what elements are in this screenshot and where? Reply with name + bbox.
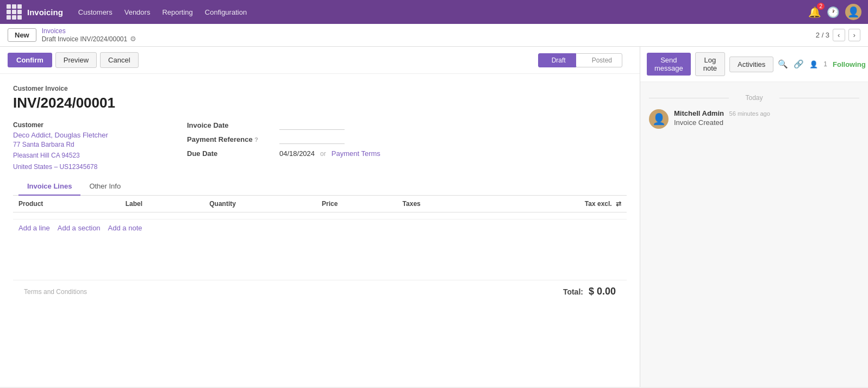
chatter-right-icons: 🔍 🔗 👤 1 Following [778,59,865,69]
menu-configuration[interactable]: Configuration [201,6,251,18]
customer-address3[interactable]: United States – US12345678 [13,161,154,172]
add-section-button[interactable]: Add a section [58,224,101,232]
notification-bell-icon[interactable]: 🔔 2 [808,6,821,18]
search-icon[interactable]: 🔍 [778,59,788,69]
payment-terms-link[interactable]: Payment Terms [332,149,380,158]
customer-field-label: Customer [13,121,154,129]
payment-ref-row: Payment Reference ? [187,135,627,144]
status-draft[interactable]: Draft [538,53,576,67]
gear-icon[interactable]: ⚙ [130,35,136,43]
top-navigation: Invoicing Customers Vendors Reporting Co… [0,0,868,24]
empty-table-row [13,212,627,220]
chatter-message: 👤 Mitchell Admin 56 minutes ago Invoice … [649,109,859,129]
action-bar: Confirm Preview Cancel Draft Posted [0,47,640,74]
customer-left: Customer Deco Addict, Douglas Fletcher 7… [13,121,154,172]
customer-name[interactable]: Deco Addict, Douglas Fletcher [13,131,154,139]
message-author: Mitchell Admin [674,109,724,117]
user-icon: 👤 [809,60,818,68]
following-button[interactable]: Following [833,60,866,68]
chatter-content: Mitchell Admin 56 minutes ago Invoice Cr… [674,109,770,129]
table-actions: Add a line Add a section Add a note [13,220,627,236]
new-button[interactable]: New [8,28,36,42]
activities-button[interactable]: Activities [729,57,773,72]
prev-record-button[interactable]: ‹ [833,29,845,41]
customer-section: Customer Deco Addict, Douglas Fletcher 7… [13,121,627,172]
send-message-button[interactable]: Send message [647,53,691,76]
preview-button[interactable]: Preview [55,52,97,68]
terms-conditions[interactable]: Terms and Conditions [24,288,87,296]
payment-ref-label: Payment Reference ? [187,135,274,143]
invoice-number[interactable]: INV/2024/00001 [13,95,627,111]
message-avatar: 👤 [649,109,669,129]
tab-invoice-lines[interactable]: Invoice Lines [18,178,80,196]
app-grid-icon[interactable] [7,4,22,20]
cancel-button[interactable]: Cancel [100,52,138,68]
left-panel: Confirm Preview Cancel Draft Posted Cust… [0,47,640,387]
attachment-icon[interactable]: 🔗 [794,59,804,69]
due-date-row: Due Date 04/18/2024 or Payment Terms [187,149,627,158]
payment-ref-value[interactable] [279,135,345,144]
confirm-button[interactable]: Confirm [8,53,52,67]
follower-count: 1 [823,60,827,68]
column-settings-icon[interactable]: ⇄ [616,200,621,208]
form-area: Customer Invoice INV/2024/00001 Customer… [0,74,640,387]
total-section: Total: $ 0.00 [563,286,616,297]
due-date-value[interactable]: 04/18/2024 [279,149,315,158]
main-layout: Confirm Preview Cancel Draft Posted Cust… [0,47,868,387]
log-note-button[interactable]: Log note [695,52,725,76]
avatar[interactable]: 👤 [845,4,861,20]
chatter-actions: Send message Log note Activities 🔍 🔗 👤 1… [640,47,868,82]
top-menu: Customers Vendors Reporting Configuratio… [74,6,251,18]
message-text: Invoice Created [674,118,770,127]
menu-customers[interactable]: Customers [74,6,117,18]
chatter-body: Today 👤 Mitchell Admin 56 minutes ago In… [640,82,868,387]
tabs-bar: Invoice Lines Other Info [13,178,627,196]
col-tax-excl: Tax excl. ⇄ [484,196,627,212]
customer-address2[interactable]: Pleasant Hill CA 94523 [13,150,154,161]
date-divider: Today [649,94,859,102]
invoice-date-row: Invoice Date [187,121,627,130]
secondary-bar: New Invoices Draft Invoice INV/2024/0000… [0,24,868,47]
invoice-date-value[interactable] [279,121,345,130]
record-navigation: 2 / 3 ‹ › [816,29,860,41]
col-label: Label [120,196,204,212]
invoice-date-label: Invoice Date [187,121,274,129]
tab-other-info[interactable]: Other Info [80,178,129,196]
col-taxes: Taxes [397,196,484,212]
record-count: 2 / 3 [816,31,829,39]
status-posted[interactable]: Posted [576,53,622,67]
col-price: Price [316,196,397,212]
clock-icon[interactable]: 🕐 [827,6,840,18]
total-label: Total: [563,287,583,296]
invoice-lines-table: Product Label Quantity Price Taxes Tax e… [13,196,627,220]
total-value: $ 0.00 [589,286,616,297]
breadcrumb-current: Draft Invoice INV/2024/00001 ⚙ [42,35,136,43]
form-footer: Terms and Conditions Total: $ 0.00 [13,280,627,303]
due-date-label: Due Date [187,149,274,158]
customer-right: Invoice Date Payment Reference ? Due Dat… [187,121,627,172]
chatter-panel: Send message Log note Activities 🔍 🔗 👤 1… [640,47,868,387]
breadcrumb-parent[interactable]: Invoices [42,27,136,35]
menu-reporting[interactable]: Reporting [158,6,197,18]
customer-address1[interactable]: 77 Santa Barbara Rd [13,139,154,150]
status-bar: Draft Posted [538,53,622,67]
next-record-button[interactable]: › [848,29,860,41]
add-line-button[interactable]: Add a line [18,224,50,232]
add-note-button[interactable]: Add a note [108,224,142,232]
app-title[interactable]: Invoicing [27,8,63,17]
col-product: Product [13,196,120,212]
notification-count: 2 [817,3,825,10]
or-text: or [320,150,326,158]
message-time: 56 minutes ago [729,110,770,117]
payment-ref-help[interactable]: ? [254,136,258,143]
breadcrumb: Invoices Draft Invoice INV/2024/00001 ⚙ [42,27,136,43]
col-quantity: Quantity [204,196,316,212]
topnav-right: 🔔 2 🕐 👤 [808,4,861,20]
doc-type-label: Customer Invoice [13,85,627,92]
menu-vendors[interactable]: Vendors [120,6,155,18]
